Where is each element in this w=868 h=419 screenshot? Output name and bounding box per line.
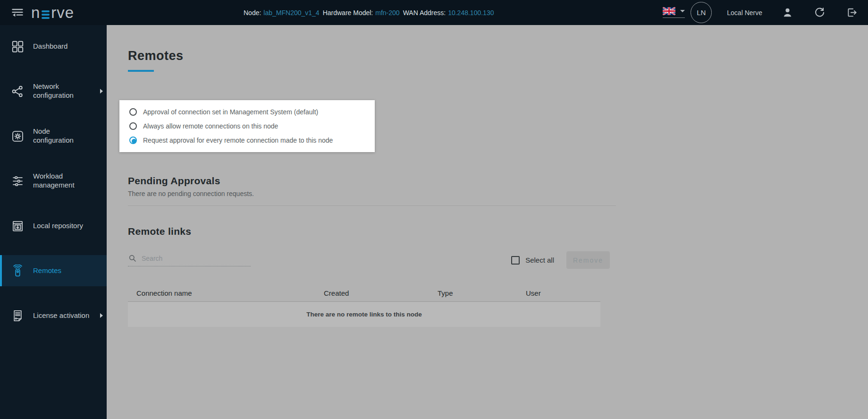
radio-circle-icon[interactable] xyxy=(129,108,137,116)
radio-label: Request approval for every remote connec… xyxy=(143,137,333,144)
remote-control-icon xyxy=(10,265,25,277)
top-header: n rve Node: lab_MFN200_v1_4 Hardware Mod… xyxy=(0,0,868,25)
sidebar-item-workload-management[interactable]: Workload management xyxy=(0,165,107,197)
pending-approvals-empty-text: There are no pending connection requests… xyxy=(128,190,868,197)
user-name: Local Nerve xyxy=(727,9,762,17)
table-empty-row: There are no remote links to this node xyxy=(128,302,600,327)
chevron-down-icon xyxy=(680,10,685,12)
license-document-icon xyxy=(10,309,25,322)
remote-links-title: Remote links xyxy=(128,226,868,237)
sidebar-label-remotes: Remotes xyxy=(33,266,90,275)
radio-always-allow[interactable]: Always allow remote connections on this … xyxy=(129,119,365,133)
avatar[interactable]: LN xyxy=(691,2,712,23)
sidebar-item-license-activation[interactable]: License activation xyxy=(0,300,107,331)
column-created: Created xyxy=(324,289,438,297)
radio-circle-icon[interactable] xyxy=(129,122,137,130)
sidebar-item-local-repository[interactable]: Local repository xyxy=(0,210,107,241)
table-actions: Select all Remove xyxy=(511,251,610,269)
wan-address-label: WAN Address: xyxy=(403,9,446,17)
sidebar-label-network-configuration: Network configuration xyxy=(33,82,90,100)
table-header-row: Connection name Created Type User xyxy=(128,285,600,302)
repository-icon xyxy=(10,220,25,232)
avatar-initials: LN xyxy=(697,9,706,17)
sidebar-item-node-configuration[interactable]: Node configuration xyxy=(0,120,107,152)
menu-collapse-icon[interactable] xyxy=(10,6,25,20)
hardware-model-label: Hardware Model: xyxy=(323,9,373,17)
page-title: Remotes xyxy=(128,49,868,63)
radio-circle-icon[interactable] xyxy=(129,137,137,144)
user-profile-button[interactable] xyxy=(781,7,793,19)
hardware-model-value: mfn-200 xyxy=(375,9,399,17)
node-value: lab_MFN200_v1_4 xyxy=(263,9,319,17)
search-input[interactable] xyxy=(142,255,251,262)
node-info-bar: Node: lab_MFN200_v1_4 Hardware Model: mf… xyxy=(244,0,497,25)
column-connection-name: Connection name xyxy=(136,289,324,297)
network-icon xyxy=(10,85,25,98)
wan-address-value: 10.248.100.130 xyxy=(448,9,494,17)
nerve-logo: n rve xyxy=(31,4,74,22)
select-all-label: Select all xyxy=(525,256,554,264)
sidebar-item-dashboard[interactable]: Dashboard xyxy=(0,31,107,62)
remote-links-toolbar: Select all Remove xyxy=(128,251,610,269)
pending-approvals-title: Pending Approvals xyxy=(128,175,868,187)
title-underline xyxy=(128,70,154,72)
reboot-button[interactable] xyxy=(813,7,826,19)
radio-label: Always allow remote connections on this … xyxy=(143,122,278,130)
sidebar-item-network-configuration[interactable]: Network configuration xyxy=(0,76,107,107)
radio-request-approval[interactable]: Request approval for every remote connec… xyxy=(129,133,365,147)
chevron-right-icon xyxy=(100,89,103,94)
dashboard-icon xyxy=(10,40,25,53)
search-box[interactable] xyxy=(128,254,251,266)
refresh-icon xyxy=(814,7,826,18)
node-label: Node: xyxy=(244,9,261,17)
select-all-checkbox[interactable] xyxy=(511,256,520,265)
table-empty-text: There are no remote links to this node xyxy=(306,311,422,318)
sidebar: Dashboard Network configuration xyxy=(0,25,107,419)
sidebar-label-local-repository: Local repository xyxy=(33,222,90,231)
column-type: Type xyxy=(438,289,526,297)
sliders-icon xyxy=(10,175,25,188)
column-user: User xyxy=(526,289,600,297)
radio-approval-management-system[interactable]: Approval of connection set in Management… xyxy=(129,105,365,119)
main-content: Remotes Approval of connection set in Ma… xyxy=(107,25,868,419)
node-settings-icon xyxy=(10,130,25,143)
radio-label: Approval of connection set in Management… xyxy=(143,108,318,116)
sidebar-label-license-activation: License activation xyxy=(33,311,90,320)
remove-button[interactable]: Remove xyxy=(566,251,610,269)
language-selector[interactable] xyxy=(663,7,685,18)
section-divider xyxy=(128,205,616,206)
sidebar-label-dashboard: Dashboard xyxy=(33,42,90,51)
chevron-right-icon xyxy=(100,313,103,318)
logout-icon xyxy=(846,7,858,18)
sidebar-label-node-configuration: Node configuration xyxy=(33,127,90,145)
approval-options-card: Approval of connection set in Management… xyxy=(119,100,375,152)
logout-button[interactable] xyxy=(845,7,858,19)
sidebar-item-remotes[interactable]: Remotes xyxy=(0,255,107,286)
remote-links-table: Connection name Created Type User There … xyxy=(128,285,600,327)
person-icon xyxy=(782,7,793,18)
logo-e-bars-icon xyxy=(42,6,50,19)
search-icon xyxy=(128,254,137,263)
sidebar-label-workload-management: Workload management xyxy=(33,172,90,190)
logo-text-pre: n xyxy=(31,4,40,22)
logo-text-post: rve xyxy=(51,4,74,22)
header-right-controls: LN Local Nerve xyxy=(663,0,868,25)
uk-flag-icon xyxy=(663,7,675,15)
